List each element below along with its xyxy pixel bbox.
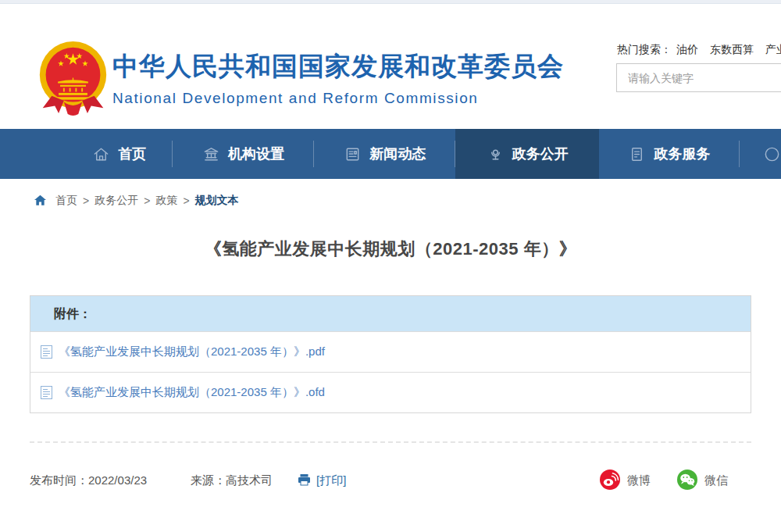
hot-search-bar: 热门搜索：油价东数西算产业 <box>617 43 781 57</box>
share-wechat-button[interactable]: 微信 <box>677 470 728 492</box>
hot-search-term-oil-price[interactable]: 油价 <box>676 43 698 55</box>
dashed-divider <box>30 441 751 443</box>
breadcrumb-item-home[interactable]: 首页 <box>55 194 77 208</box>
nav-item-label: 机构设置 <box>228 145 284 163</box>
site-header: 中华人民共和国国家发展和改革委员会 National Development a… <box>0 4 781 129</box>
site-search-box <box>616 63 781 92</box>
hot-search-term-east-data[interactable]: 东数西算 <box>710 43 754 55</box>
hot-search-label: 热门搜索： <box>617 43 672 55</box>
search-input[interactable] <box>617 64 781 91</box>
hot-search-term-industry[interactable]: 产业 <box>765 43 781 55</box>
news-icon <box>344 145 362 163</box>
breadcrumb-item-policy[interactable]: 政策 <box>155 194 177 208</box>
page-title: 《氢能产业发展中长期规划（2021-2035 年）》 <box>0 237 781 261</box>
wechat-icon <box>677 470 697 492</box>
article-meta-bar: 发布时间：2022/03/23 来源：高技术司 [打印] 微博 微信 <box>30 470 751 492</box>
nav-item-label: 新闻动态 <box>369 145 426 163</box>
nav-item-label: 政务公开 <box>512 145 569 163</box>
share-weibo-button[interactable]: 微博 <box>600 470 651 492</box>
publish-time-label: 发布时间： <box>30 473 88 487</box>
site-branding: 中华人民共和国国家发展和改革委员会 National Development a… <box>112 49 564 107</box>
printer-icon <box>298 473 311 488</box>
site-title-english: National Development and Reform Commissi… <box>112 90 564 107</box>
nav-item-news[interactable]: 新闻动态 <box>314 129 455 179</box>
print-button[interactable]: [打印] <box>298 473 346 488</box>
source-label: 来源： <box>191 473 226 487</box>
wechat-label: 微信 <box>704 473 728 488</box>
attachment-link-pdf[interactable]: 《氢能产业发展中长期规划（2021-2035 年）》.pdf <box>59 345 325 359</box>
home-icon <box>92 145 110 163</box>
main-navigation: 首页 机构设置 新闻动态 政务公开 政务服务 <box>0 129 781 179</box>
weibo-label: 微博 <box>627 473 651 488</box>
breadcrumb-separator: > <box>83 195 89 207</box>
publish-time-value: 2022/03/23 <box>88 473 147 487</box>
site-title-chinese: 中华人民共和国国家发展和改革委员会 <box>112 49 564 84</box>
national-emblem-logo <box>35 40 111 117</box>
source: 来源：高技术司 <box>191 473 273 488</box>
institution-icon <box>202 145 220 163</box>
breadcrumb-home-icon[interactable] <box>33 193 48 208</box>
weibo-icon <box>600 470 620 492</box>
publish-time: 发布时间：2022/03/23 <box>30 473 147 488</box>
source-value: 高技术司 <box>226 473 273 487</box>
file-icon <box>41 386 52 399</box>
attachments-header: 附件： <box>30 296 751 331</box>
breadcrumb: 首页 > 政务公开 > 政策 > 规划文本 <box>0 179 781 208</box>
broadcast-icon <box>487 145 505 163</box>
breadcrumb-item-planning-text: 规划文本 <box>195 194 239 208</box>
breadcrumb-separator: > <box>183 195 189 207</box>
nav-item-label: 首页 <box>118 145 146 163</box>
nav-item-label: 政务服务 <box>654 145 710 163</box>
breadcrumb-item-open-government[interactable]: 政务公开 <box>95 194 138 208</box>
nav-item-open-government[interactable]: 政务公开 <box>455 129 598 179</box>
attachment-row: 《氢能产业发展中长期规划（2021-2035 年）》.pdf <box>30 331 751 372</box>
document-icon <box>628 145 646 163</box>
attachments-box: 附件： 《氢能产业发展中长期规划（2021-2035 年）》.pdf 《氢能产业… <box>30 295 751 413</box>
attachment-link-ofd[interactable]: 《氢能产业发展中长期规划（2021-2035 年）》.ofd <box>59 385 325 400</box>
nav-item-government-services[interactable]: 政务服务 <box>599 129 740 179</box>
nav-item-home[interactable]: 首页 <box>66 129 173 179</box>
breadcrumb-separator: > <box>144 195 150 207</box>
share-bar: 微博 微信 <box>600 470 751 492</box>
print-label: [打印] <box>316 473 346 488</box>
nav-item-org-setup[interactable]: 机构设置 <box>173 129 314 179</box>
circle-icon <box>763 145 781 163</box>
nav-item-partial[interactable] <box>740 129 781 179</box>
file-icon <box>41 345 52 359</box>
attachment-row: 《氢能产业发展中长期规划（2021-2035 年）》.ofd <box>30 372 751 412</box>
